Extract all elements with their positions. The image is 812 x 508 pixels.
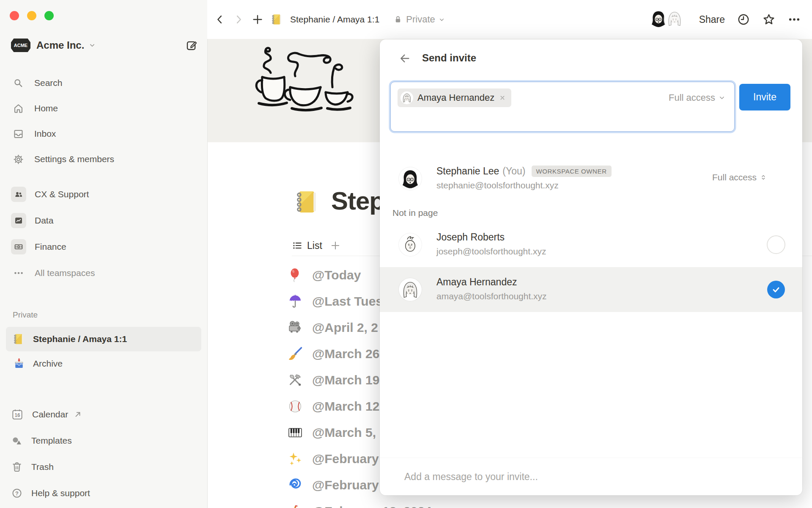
- tent-icon: [288, 504, 303, 508]
- amaya-avatar: [401, 91, 413, 104]
- home-icon: [13, 103, 24, 114]
- piano-icon: [288, 425, 303, 440]
- sidebar-item-archive[interactable]: Archive: [6, 351, 201, 376]
- candidate-row-amaya[interactable]: Amaya Hernandez amaya@toolsforthought.xy…: [380, 267, 802, 312]
- invite-message-input[interactable]: Add a message to your invite...: [380, 458, 802, 495]
- sidebar-item-data[interactable]: Data: [4, 207, 203, 234]
- star-icon[interactable]: [762, 13, 776, 26]
- sidebar-item-label: Help & support: [31, 488, 90, 498]
- sparkles-icon: [288, 451, 303, 467]
- remove-recipient-icon[interactable]: [499, 94, 506, 102]
- sidebar-item-all-teamspaces[interactable]: All teamspaces: [4, 260, 203, 286]
- sidebar-item-help[interactable]: Help & support: [4, 480, 203, 506]
- sidebar-item-cx-support[interactable]: CX & Support: [4, 181, 203, 207]
- chart-icon: [11, 213, 26, 228]
- banknote-icon: [11, 239, 26, 254]
- help-icon: [11, 487, 23, 499]
- close-window-button[interactable]: [10, 11, 19, 20]
- clock-icon[interactable]: [737, 13, 750, 26]
- tab-list-view[interactable]: List: [292, 240, 322, 251]
- check-icon: [771, 284, 782, 295]
- list-item-label: @April 2, 2: [312, 320, 378, 335]
- topbar: Stephanie / Amaya 1:1 Private Share: [207, 0, 812, 39]
- window-controls: [10, 11, 54, 20]
- private-section-label: Private: [13, 310, 38, 320]
- member-email: stephanie@toolsforthought.xyz: [436, 180, 559, 190]
- access-level-dropdown[interactable]: Full access: [669, 92, 726, 103]
- workspace-switcher[interactable]: ACME Acme Inc.: [11, 36, 198, 54]
- sidebar-item-label: Settings & members: [34, 154, 114, 164]
- sidebar: ACME Acme Inc. Search Home Inbox Setting…: [0, 0, 208, 508]
- ellipsis-icon[interactable]: [787, 13, 801, 26]
- modal-title: Send invite: [422, 52, 476, 64]
- gear-icon: [13, 154, 24, 165]
- svg-text:ACME: ACME: [14, 43, 27, 48]
- compose-icon[interactable]: [185, 39, 198, 52]
- workspace-logo: ACME: [11, 39, 30, 52]
- candidate-selected-check[interactable]: [767, 281, 785, 298]
- joseph-avatar: [399, 233, 422, 256]
- add-view-icon[interactable]: [330, 240, 341, 251]
- share-button[interactable]: Share: [699, 14, 725, 25]
- member-access-dropdown[interactable]: Full access: [712, 172, 768, 182]
- maximize-window-button[interactable]: [44, 11, 54, 20]
- privacy-dropdown[interactable]: Private: [393, 14, 445, 25]
- candidate-name: Joseph Roberts: [436, 232, 505, 243]
- recipient-tag: Amaya Hernandez: [398, 88, 511, 107]
- list-item-label: @March 5,: [312, 425, 376, 440]
- candidate-name: Amaya Hernandez: [436, 276, 517, 288]
- recipient-name: Amaya Hernandez: [417, 92, 494, 103]
- sidebar-item-home[interactable]: Home: [4, 96, 203, 121]
- member-name: Stephanie Lee: [436, 166, 499, 177]
- sidebar-item-stephanie-amaya[interactable]: Stephanie / Amaya 1:1: [6, 327, 201, 351]
- candidate-email: amaya@toolsforthought.xyz: [436, 291, 547, 301]
- workspace-owner-badge: WORKSPACE OWNER: [532, 166, 612, 177]
- invite-button[interactable]: Invite: [739, 84, 790, 110]
- chevron-down-icon: [88, 41, 96, 49]
- member-row: Stephanie Lee (You) WORKSPACE OWNER step…: [380, 156, 802, 201]
- calendar-icon: [11, 408, 24, 421]
- presence-avatars: [647, 8, 687, 31]
- access-level-label: Full access: [669, 92, 715, 103]
- notebook-icon: [294, 188, 321, 215]
- chevron-down-icon: [438, 16, 445, 23]
- invite-message-placeholder: Add a message to your invite...: [404, 471, 538, 483]
- sidebar-item-label: All teamspaces: [35, 268, 95, 278]
- back-icon[interactable]: [214, 14, 226, 25]
- candidate-row-joseph[interactable]: Joseph Roberts joseph@toolsforthought.xy…: [380, 222, 802, 267]
- sidebar-item-trash[interactable]: Trash: [4, 454, 203, 480]
- sidebar-item-label: Finance: [35, 242, 66, 252]
- list-item-label: @March 12: [312, 399, 379, 414]
- amaya-avatar: [399, 278, 422, 301]
- forward-icon[interactable]: [233, 14, 244, 25]
- back-arrow-icon[interactable]: [398, 52, 411, 65]
- list-item[interactable]: @February 13, 2024: [288, 498, 465, 508]
- plus-icon[interactable]: [251, 13, 264, 26]
- member-you-suffix: (You): [502, 166, 525, 177]
- sidebar-item-inbox[interactable]: Inbox: [4, 121, 203, 146]
- paintbrush-icon: [288, 346, 303, 362]
- sidebar-item-search[interactable]: Search: [4, 70, 203, 96]
- not-in-page-label: Not in page: [392, 208, 438, 218]
- breadcrumb-title: Stephanie / Amaya 1:1: [290, 14, 379, 25]
- list-item-label: @February: [312, 478, 379, 492]
- sidebar-item-label: Home: [34, 103, 58, 113]
- search-icon: [13, 77, 24, 89]
- invite-recipients-input[interactable]: Amaya Hernandez Full access: [390, 82, 735, 132]
- candidate-unselected-radio[interactable]: [767, 235, 785, 254]
- list-item-label: @Today: [312, 268, 361, 282]
- umbrella-icon: [288, 294, 303, 309]
- coffee-cups-doodle: [244, 47, 354, 131]
- sidebar-item-templates[interactable]: Templates: [4, 428, 203, 454]
- sidebar-item-settings[interactable]: Settings & members: [4, 146, 203, 172]
- sidebar-item-calendar[interactable]: Calendar: [4, 401, 203, 428]
- amaya-avatar[interactable]: [664, 8, 687, 31]
- minimize-window-button[interactable]: [27, 11, 36, 20]
- balloon-icon: [288, 268, 303, 283]
- breadcrumb[interactable]: Stephanie / Amaya 1:1: [271, 13, 379, 26]
- list-view-icon: [292, 240, 303, 251]
- list-item-label: @March 19: [312, 373, 379, 387]
- baseball-icon: [288, 399, 303, 414]
- sidebar-item-finance[interactable]: Finance: [4, 234, 203, 260]
- people-icon: [11, 187, 26, 202]
